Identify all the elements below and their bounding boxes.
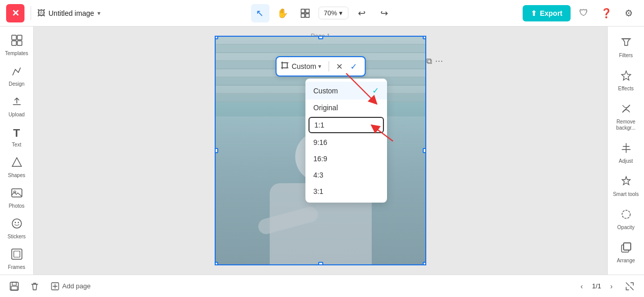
redo-btn[interactable]: ↪: [375, 4, 393, 22]
text-label: Text: [12, 142, 21, 147]
svg-rect-27: [11, 286, 17, 290]
custom-check: ✓: [372, 86, 379, 95]
opacity-icon: [621, 209, 632, 222]
dropdown-4-3-label: 4:3: [314, 171, 323, 179]
right-item-adjust[interactable]: Adjust: [610, 138, 642, 167]
svg-rect-3: [305, 14, 309, 17]
select-tool-btn[interactable]: ↖: [251, 4, 269, 22]
right-sidebar: Filters Effects Remove backgr... Adjust …: [607, 27, 644, 275]
export-button[interactable]: ⬆ Export: [523, 5, 571, 21]
sidebar-item-design[interactable]: Design: [2, 61, 32, 90]
topbar-center-tools: ↖ ✋ 70% ▾ ↩ ↪: [251, 4, 393, 22]
sidebar-item-text[interactable]: T Text: [2, 122, 32, 151]
crop-cancel-btn[interactable]: ✕: [332, 59, 346, 73]
crop-icon: [280, 61, 289, 71]
svg-point-12: [14, 222, 15, 223]
adjust-icon: [621, 142, 632, 156]
svg-point-21: [622, 210, 630, 218]
svg-marker-17: [622, 71, 631, 80]
design-label: Design: [9, 81, 24, 87]
dropdown-item-original[interactable]: Original: [305, 100, 387, 116]
save-btn[interactable]: [6, 278, 22, 294]
right-item-remove-bg[interactable]: Remove backgr...: [610, 99, 642, 134]
templates-icon: [11, 35, 22, 48]
sidebar-item-templates[interactable]: Templates: [2, 31, 32, 59]
templates-label: Templates: [5, 51, 29, 56]
smart-tools-icon: [621, 176, 632, 189]
text-icon: T: [13, 127, 20, 140]
app-logo[interactable]: ✕: [6, 4, 24, 22]
svg-rect-16: [282, 63, 287, 68]
svg-rect-0: [301, 9, 304, 13]
remove-bg-label: Remove backgr...: [612, 119, 640, 131]
photos-icon: [11, 187, 22, 201]
crop-chevron[interactable]: ▾: [318, 63, 321, 70]
effects-label: Effects: [618, 86, 633, 92]
dropdown-item-16-9[interactable]: 16:9: [305, 151, 387, 167]
page-prev-btn[interactable]: ‹: [575, 279, 589, 293]
canvas-area[interactable]: Page 1: [34, 27, 607, 275]
shield-btn[interactable]: 🛡: [575, 4, 593, 22]
crop-label: Custom: [292, 62, 316, 70]
dropdown-custom-label: Custom: [314, 87, 338, 95]
dropdown-item-1-1[interactable]: 1:1: [308, 117, 384, 133]
handle-top-right[interactable]: [423, 36, 426, 39]
photos-label: Photos: [9, 203, 24, 209]
svg-rect-14: [12, 249, 22, 259]
filters-label: Filters: [619, 53, 633, 59]
svg-rect-5: [17, 35, 22, 40]
handle-top-left[interactable]: [215, 36, 218, 39]
sidebar-item-upload[interactable]: Upload: [2, 92, 32, 120]
add-page-btn[interactable]: Add page: [47, 280, 95, 292]
opacity-label: Opacity: [617, 225, 635, 231]
right-item-smart-tools[interactable]: Smart tools: [610, 171, 642, 201]
handle-bottom-right[interactable]: [423, 262, 426, 265]
handle-bottom-left[interactable]: [215, 262, 218, 265]
svg-marker-8: [12, 158, 21, 166]
undo-btn[interactable]: ↩: [352, 4, 371, 22]
title-area[interactable]: 🖼 Untitled image ▾: [37, 9, 100, 18]
dropdown-3-1-label: 3:1: [314, 187, 323, 195]
right-item-opacity[interactable]: Opacity: [610, 205, 642, 234]
handle-middle-left[interactable]: [215, 148, 218, 153]
remove-bg-icon: [621, 103, 632, 117]
handle-middle-right[interactable]: [423, 148, 426, 153]
handle-top-middle[interactable]: [318, 36, 323, 39]
adjust-label: Adjust: [619, 158, 633, 164]
sidebar-item-stickers[interactable]: Stickers: [2, 214, 32, 242]
crop-confirm-btn[interactable]: ✓: [346, 59, 360, 73]
dropdown-original-label: Original: [314, 104, 338, 112]
right-item-filters[interactable]: Filters: [610, 33, 642, 62]
expand-btn[interactable]: [622, 278, 638, 294]
add-page-label: Add page: [62, 282, 91, 290]
effects-icon: [621, 70, 632, 84]
layout-tool-btn[interactable]: [296, 4, 314, 22]
handle-bottom-middle[interactable]: [318, 262, 323, 265]
zoom-control[interactable]: 70% ▾: [318, 7, 348, 19]
trash-btn[interactable]: [27, 278, 43, 294]
frames-icon: [11, 249, 22, 262]
bottom-bar: Add page ‹ 1/1 ›: [0, 275, 644, 297]
crop-dropdown: Custom ✓ Original 1:1 9:16 16:9 4:3: [305, 79, 387, 203]
settings-btn[interactable]: ⚙: [620, 4, 638, 22]
sidebar-item-frames[interactable]: Frames: [2, 244, 32, 273]
svg-rect-15: [14, 251, 20, 257]
stickers-label: Stickers: [8, 234, 26, 239]
dropdown-item-3-1[interactable]: 3:1: [305, 183, 387, 200]
right-item-arrange[interactable]: Arrange: [610, 238, 642, 267]
dropdown-item-9-16[interactable]: 9:16: [305, 134, 387, 151]
page-next-btn[interactable]: ›: [604, 279, 619, 293]
export-label: Export: [540, 9, 562, 17]
sidebar-item-shapes[interactable]: Shapes: [2, 153, 32, 181]
dropdown-item-4-3[interactable]: 4:3: [305, 167, 387, 183]
dropdown-item-custom[interactable]: Custom ✓: [305, 82, 387, 100]
canvas-more-btn[interactable]: ⋯: [435, 56, 443, 66]
hand-tool-btn[interactable]: ✋: [273, 4, 292, 22]
canvas-copy-btn[interactable]: ⧉: [426, 57, 432, 66]
help-btn[interactable]: ❓: [597, 4, 615, 22]
shapes-label: Shapes: [8, 172, 25, 178]
dropdown-9-16-label: 9:16: [314, 138, 327, 146]
sidebar-item-photos[interactable]: Photos: [2, 183, 32, 212]
upload-icon: [11, 96, 22, 110]
right-item-effects[interactable]: Effects: [610, 66, 642, 95]
